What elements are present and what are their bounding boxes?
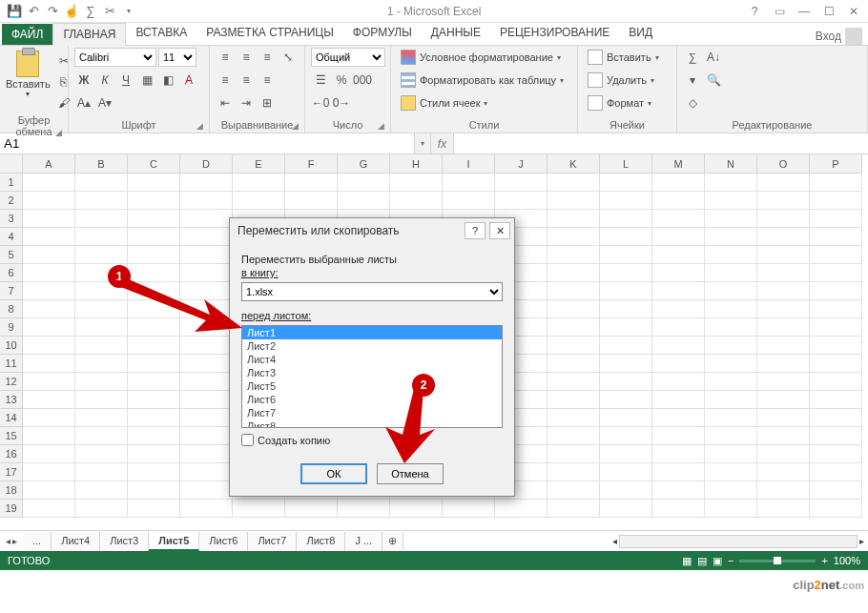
cell[interactable]	[23, 337, 75, 355]
cell[interactable]	[128, 174, 180, 192]
cell[interactable]	[600, 481, 652, 500]
cell[interactable]	[705, 391, 757, 409]
column-header[interactable]: F	[285, 154, 338, 174]
grow-font-button[interactable]: A▴	[74, 93, 93, 112]
list-item[interactable]: Лист4	[242, 353, 502, 366]
decrease-indent-button[interactable]: ⇤	[216, 93, 235, 112]
cell[interactable]	[757, 481, 810, 500]
dialog-close-icon[interactable]: ✕	[489, 222, 510, 239]
cell[interactable]	[75, 427, 128, 445]
list-item[interactable]: Лист6	[242, 393, 502, 406]
wrap-merge-button[interactable]: ⊞	[258, 93, 277, 112]
cell[interactable]	[180, 174, 233, 192]
cell[interactable]	[757, 500, 810, 518]
cell[interactable]	[390, 174, 443, 192]
cell[interactable]	[180, 318, 233, 337]
list-item[interactable]: Лист2	[242, 339, 502, 353]
cell[interactable]	[180, 463, 233, 481]
cell[interactable]	[600, 373, 652, 391]
cell[interactable]	[23, 373, 75, 391]
row-header[interactable]: 8	[0, 300, 23, 318]
cancel-button[interactable]: Отмена	[377, 463, 444, 484]
percent-button[interactable]: %	[332, 71, 351, 90]
align-middle-button[interactable]: ≡	[237, 48, 256, 67]
cell[interactable]	[600, 337, 652, 355]
cell[interactable]	[75, 391, 128, 409]
cell[interactable]	[180, 481, 233, 500]
cell[interactable]	[652, 427, 705, 445]
cell[interactable]	[705, 210, 757, 228]
cell[interactable]	[705, 373, 757, 391]
column-header[interactable]: D	[180, 154, 233, 174]
cell[interactable]	[548, 192, 600, 210]
cell[interactable]	[23, 318, 75, 337]
dialog-help-icon[interactable]: ?	[465, 222, 486, 239]
cell[interactable]	[600, 228, 652, 246]
sheet-tab[interactable]: Лист6	[199, 532, 248, 551]
cell[interactable]	[652, 228, 705, 246]
border-button[interactable]: ▦	[137, 71, 156, 90]
close-icon[interactable]: ✕	[843, 3, 864, 20]
cell[interactable]	[180, 409, 233, 427]
maximize-icon[interactable]: ☐	[818, 3, 839, 20]
cell[interactable]	[548, 391, 600, 409]
bold-button[interactable]: Ж	[74, 71, 93, 90]
row-header[interactable]: 10	[0, 337, 23, 355]
row-header[interactable]: 9	[0, 318, 23, 337]
launcher-icon[interactable]: ◢	[292, 121, 299, 131]
conditional-formatting-button[interactable]: Условное форматирование▾	[397, 48, 565, 67]
cell[interactable]	[128, 246, 180, 264]
cell[interactable]	[23, 228, 75, 246]
comma-button[interactable]: 000	[353, 71, 372, 90]
cell[interactable]	[810, 391, 862, 409]
name-box-dropdown[interactable]: ▾	[414, 133, 431, 153]
cell[interactable]	[600, 445, 652, 463]
cell[interactable]	[180, 210, 233, 228]
cell[interactable]	[600, 427, 652, 445]
cell[interactable]	[810, 355, 862, 373]
cell[interactable]	[810, 373, 862, 391]
cell[interactable]	[128, 300, 180, 318]
cell[interactable]	[128, 373, 180, 391]
cell[interactable]	[652, 355, 705, 373]
view-normal-icon[interactable]: ▦	[682, 555, 692, 567]
view-layout-icon[interactable]: ▤	[697, 555, 707, 567]
row-header[interactable]: 7	[0, 282, 23, 300]
column-header[interactable]: C	[128, 154, 180, 174]
cell[interactable]	[23, 174, 75, 192]
format-as-table-button[interactable]: Форматировать как таблицу▾	[397, 71, 568, 90]
sheet-tab[interactable]: Лист5	[149, 532, 199, 551]
cell[interactable]	[23, 282, 75, 300]
cell[interactable]	[705, 355, 757, 373]
row-header[interactable]: 3	[0, 210, 23, 228]
tab-рецензирование[interactable]: РЕЦЕНЗИРОВАНИЕ	[490, 22, 619, 45]
cell[interactable]	[75, 318, 128, 337]
cell[interactable]	[285, 192, 338, 210]
cell[interactable]	[75, 463, 128, 481]
cell[interactable]	[23, 409, 75, 427]
currency-button[interactable]: ☰	[311, 71, 330, 90]
cell[interactable]	[757, 210, 810, 228]
cell[interactable]	[338, 192, 390, 210]
cell[interactable]	[548, 427, 600, 445]
qat-dropdown-icon[interactable]: ▾	[120, 3, 137, 20]
cell[interactable]	[128, 391, 180, 409]
zoom-out-icon[interactable]: −	[728, 555, 734, 566]
decrease-decimal-button[interactable]: 0→	[332, 93, 351, 112]
increase-indent-button[interactable]: ⇥	[237, 93, 256, 112]
format-cells-button[interactable]: Формат▾	[584, 93, 655, 112]
cell[interactable]	[548, 463, 600, 481]
increase-decimal-button[interactable]: ←0	[311, 93, 330, 112]
workbook-select[interactable]: 1.xlsx	[241, 282, 503, 301]
cell[interactable]	[233, 500, 285, 518]
cell[interactable]	[810, 481, 862, 500]
cell[interactable]	[23, 355, 75, 373]
cell[interactable]	[757, 246, 810, 264]
cell[interactable]	[495, 174, 548, 192]
font-family-select[interactable]: Calibri	[74, 48, 156, 67]
cell[interactable]	[600, 282, 652, 300]
cell[interactable]	[443, 174, 495, 192]
cell[interactable]	[128, 192, 180, 210]
cell[interactable]	[23, 192, 75, 210]
cell[interactable]	[443, 192, 495, 210]
